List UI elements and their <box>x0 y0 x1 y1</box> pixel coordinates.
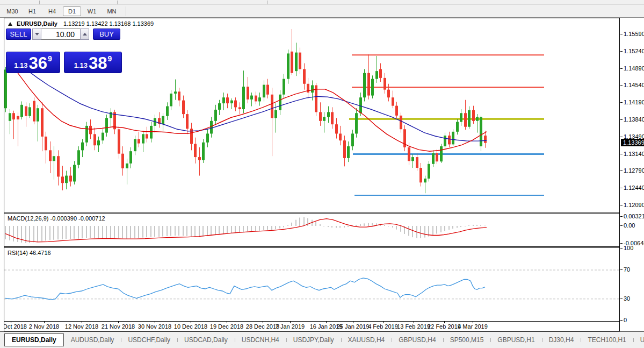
top-toolbar: M30H1H4D1W1MN <box>0 0 644 18</box>
chart-tab-eurusd-daily[interactable]: EURUSD,Daily <box>4 333 64 346</box>
macd-histogram-bar <box>219 226 220 235</box>
macd-histogram-bar <box>287 225 288 226</box>
macd-histogram-bar <box>90 226 91 238</box>
volume-input[interactable] <box>41 29 80 40</box>
chart-tab-xauusd-h4[interactable]: XAUUSD,H4 <box>341 334 392 346</box>
buy-button[interactable]: BUY <box>93 29 120 40</box>
price-axis-label: 1.12440 <box>624 184 644 191</box>
candle <box>323 117 325 121</box>
volume-increase-button[interactable] <box>80 29 89 40</box>
price-axis-label: 1.13140 <box>624 151 644 157</box>
candle <box>476 117 479 121</box>
chart-tab-usdcad-daily[interactable]: USDCAD,Daily <box>177 334 235 346</box>
date-axis-label: 13 Feb 2019 <box>397 323 430 330</box>
macd-histogram-bar <box>199 226 200 237</box>
candle <box>9 113 11 121</box>
candle <box>283 79 285 95</box>
candle <box>343 140 346 158</box>
date-axis-label: 10 Dec 2018 <box>174 323 207 330</box>
timeframe-button-d1[interactable]: D1 <box>63 6 81 16</box>
timeframe-button-h4[interactable]: H4 <box>43 6 61 16</box>
sell-price-box[interactable]: 1.13 36 9 <box>6 52 60 73</box>
macd-histogram-bar <box>211 226 212 236</box>
macd-histogram-bar <box>283 226 284 228</box>
chart-tab-audusd-daily[interactable]: AUDUSD,Daily <box>64 334 121 346</box>
candle <box>424 179 426 182</box>
chart-window[interactable]: EURUSD,Daily 1.13219 1.13422 1.13168 1.1… <box>4 18 620 331</box>
main-price-chart[interactable] <box>4 18 619 212</box>
chart-tab-gbpusd-h1[interactable]: GBPUSD,H1 <box>490 334 541 346</box>
timeframe-button-w1[interactable]: W1 <box>83 6 101 16</box>
macd-histogram-bar <box>126 226 127 239</box>
macd-histogram-bar <box>364 223 365 226</box>
sell-price-big: 36 <box>29 55 47 72</box>
rsi-axis-label: 30 <box>624 295 630 302</box>
candle <box>89 126 92 134</box>
candle <box>93 134 96 145</box>
macd-histogram-bar <box>452 226 453 229</box>
candle <box>271 95 273 118</box>
macd-histogram-bar <box>13 226 14 242</box>
sell-price-prefix: 1.13 <box>14 61 27 69</box>
macd-histogram-bar <box>138 226 139 238</box>
candle <box>4 69 7 108</box>
macd-histogram-bar <box>271 226 272 230</box>
candle <box>53 156 55 161</box>
candle <box>255 96 257 102</box>
macd-histogram-bar <box>223 226 224 234</box>
candle <box>234 101 237 108</box>
pane-separator[interactable] <box>4 246 619 248</box>
candle <box>162 116 164 124</box>
candle <box>452 132 454 145</box>
candle <box>238 107 241 109</box>
buy-price-box[interactable]: 1.13 38 9 <box>64 52 122 73</box>
candle <box>230 101 233 103</box>
candle <box>444 136 446 146</box>
rsi-axis-label: 100 <box>624 245 633 251</box>
macd-label: MACD(12,26,9) -0.000390 -0.000712 <box>8 215 105 222</box>
candle <box>371 79 374 96</box>
chart-tab-dj30-h4[interactable]: DJ30,H4 <box>542 334 581 346</box>
macd-histogram-bar <box>457 226 458 228</box>
chart-tab-ukc[interactable]: UKC <box>633 334 644 346</box>
chart-tab-usdchf-daily[interactable]: USDCHF,Daily <box>121 334 177 346</box>
candle <box>121 154 124 168</box>
candle <box>379 69 382 78</box>
date-axis-label: 19 Dec 2018 <box>210 323 243 330</box>
timeframe-button-m30[interactable]: M30 <box>3 6 21 16</box>
chart-tab-usdcnh-h4[interactable]: USDCNH,H4 <box>235 334 286 346</box>
pane-separator[interactable] <box>4 212 619 214</box>
sell-button[interactable]: SELL <box>6 29 31 40</box>
candle <box>416 157 418 168</box>
candle <box>65 176 68 183</box>
price-axis-label: 1.15590 <box>624 31 644 37</box>
candle <box>258 97 261 101</box>
macd-histogram-bar <box>424 226 425 238</box>
macd-histogram-bar <box>53 226 54 240</box>
macd-histogram-bar <box>239 226 240 232</box>
chart-tab-usdjpy-daily[interactable]: USDJPY,Daily <box>286 334 341 346</box>
macd-histogram-bar <box>412 226 413 237</box>
date-axis-label: 7 Jan 2019 <box>276 323 305 330</box>
collapse-panel-icon[interactable] <box>8 22 12 26</box>
candle <box>460 113 462 122</box>
candle <box>367 73 370 96</box>
chart-tab-tech100-h1[interactable]: TECH100,H1 <box>581 334 633 346</box>
candle <box>428 164 430 179</box>
chart-tab-sp500-m15[interactable]: SP500,M15 <box>443 334 491 346</box>
candle <box>436 153 438 161</box>
volume-decrease-button[interactable] <box>32 29 41 40</box>
candle <box>146 134 148 138</box>
chart-tab-gbpusd-h4[interactable]: GBPUSD,H4 <box>392 334 443 346</box>
rsi-axis-label: 70 <box>624 266 630 273</box>
rsi-indicator-pane[interactable] <box>4 248 619 321</box>
toolbar-separator <box>117 1 118 4</box>
macd-histogram-bar <box>275 226 276 229</box>
candle <box>105 118 108 132</box>
timeframe-button-mn[interactable]: MN <box>103 6 121 16</box>
candle <box>335 124 338 133</box>
macd-histogram-bar <box>170 226 171 236</box>
candle <box>274 110 277 118</box>
macd-histogram-bar <box>66 226 67 239</box>
timeframe-button-h1[interactable]: H1 <box>23 6 41 16</box>
